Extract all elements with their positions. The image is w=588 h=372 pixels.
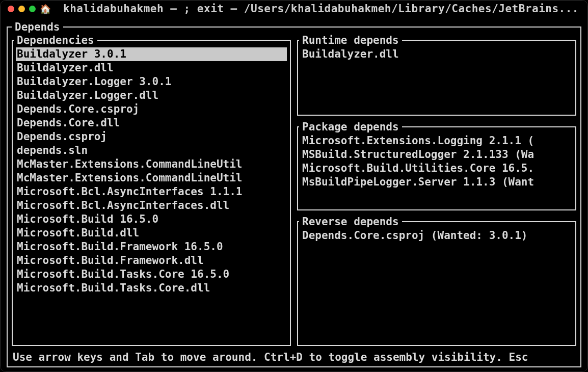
minimize-icon[interactable] — [18, 6, 25, 12]
status-bar: Use arrow keys and Tab to move around. C… — [13, 351, 575, 363]
package-depends-panel[interactable]: Package depends Microsoft.Extensions.Log… — [297, 121, 576, 210]
reverse-depends-legend: Reverse depends — [299, 216, 402, 228]
package-depends-list[interactable]: Microsoft.Extensions.Logging 2.1.1 (MSBu… — [299, 134, 574, 189]
list-item[interactable]: Microsoft.Build.Tasks.Core 16.5.0 — [16, 268, 287, 281]
list-item[interactable]: McMaster.Extensions.CommandLineUtil — [16, 171, 287, 185]
titlebar: 🏠 khalidabuhakmeh — ; exit — /Users/khal… — [1, 1, 587, 17]
close-icon[interactable] — [8, 6, 14, 12]
list-item[interactable]: Depends.Core.csproj (Wanted: 3.0.1) — [301, 229, 572, 243]
list-item[interactable]: Microsoft.Bcl.AsyncInterfaces 1.1.1 — [16, 185, 287, 199]
traffic-lights — [8, 6, 36, 12]
list-item[interactable]: Depends.Core.csproj — [16, 102, 287, 116]
list-item[interactable]: Microsoft.Build.Tasks.Core.dll — [16, 281, 287, 295]
depends-legend: Depends — [12, 21, 63, 33]
list-item[interactable]: Microsoft.Build.Utilities.Core 16.5. — [301, 162, 572, 175]
dependencies-panel[interactable]: Dependencies Buildalyzer 3.0.1Buildalyze… — [12, 34, 291, 346]
list-item[interactable]: Depends.csproj — [16, 130, 287, 144]
reverse-depends-list[interactable]: Depends.Core.csproj (Wanted: 3.0.1) — [299, 229, 574, 243]
runtime-depends-list[interactable]: Buildalyzer.dll — [299, 47, 574, 61]
list-item[interactable]: Buildalyzer.dll — [301, 47, 572, 61]
list-item[interactable]: Buildalyzer 3.0.1 — [16, 47, 287, 61]
dependencies-list[interactable]: Buildalyzer 3.0.1Buildalyzer.dllBuildaly… — [14, 47, 289, 295]
list-item[interactable]: Buildalyzer.Logger.dll — [16, 89, 287, 102]
list-item[interactable]: MsBuildPipeLogger.Server 1.1.3 (Want — [301, 175, 572, 189]
list-item[interactable]: Buildalyzer.Logger 3.0.1 — [16, 75, 287, 89]
home-icon: 🏠 — [40, 4, 51, 14]
runtime-depends-panel[interactable]: Runtime depends Buildalyzer.dll — [297, 34, 576, 116]
terminal-window: 🏠 khalidabuhakmeh — ; exit — /Users/khal… — [0, 0, 588, 372]
list-item[interactable]: Depends.Core.dll — [16, 116, 287, 130]
depends-frame: Depends Dependencies Buildalyzer 3.0.1Bu… — [7, 21, 581, 367]
reverse-depends-panel[interactable]: Reverse depends Depends.Core.csproj (Wan… — [297, 216, 576, 346]
terminal-body[interactable]: Depends Dependencies Buildalyzer 3.0.1Bu… — [1, 17, 587, 371]
list-item[interactable]: Microsoft.Extensions.Logging 2.1.1 ( — [301, 134, 572, 148]
list-item[interactable]: Microsoft.Build.dll — [16, 226, 287, 240]
list-item[interactable]: Microsoft.Build.Framework.dll — [16, 254, 287, 268]
list-item[interactable]: Microsoft.Bcl.AsyncInterfaces.dll — [16, 199, 287, 212]
runtime-depends-legend: Runtime depends — [299, 34, 402, 46]
window-title: khalidabuhakmeh — ; exit — /Users/khalid… — [63, 3, 579, 15]
list-item[interactable]: depends.sln — [16, 144, 287, 157]
package-depends-legend: Package depends — [299, 121, 402, 133]
list-item[interactable]: MSBuild.StructuredLogger 2.1.133 (Wa — [301, 148, 572, 162]
list-item[interactable]: McMaster.Extensions.CommandLineUtil — [16, 157, 287, 171]
list-item[interactable]: Microsoft.Build.Framework 16.5.0 — [16, 240, 287, 254]
dependencies-legend: Dependencies — [14, 34, 97, 46]
maximize-icon[interactable] — [29, 6, 36, 12]
list-item[interactable]: Microsoft.Build 16.5.0 — [16, 212, 287, 226]
list-item[interactable]: Buildalyzer.dll — [16, 61, 287, 75]
